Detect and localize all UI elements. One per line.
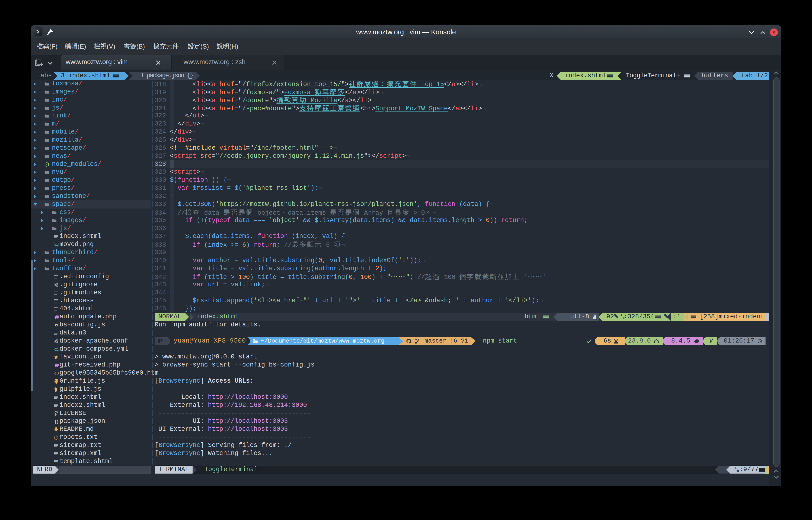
svg-text:{}: {} [54,419,59,424]
svg-text:js: js [46,163,48,165]
svg-text:JS: JS [54,323,58,327]
